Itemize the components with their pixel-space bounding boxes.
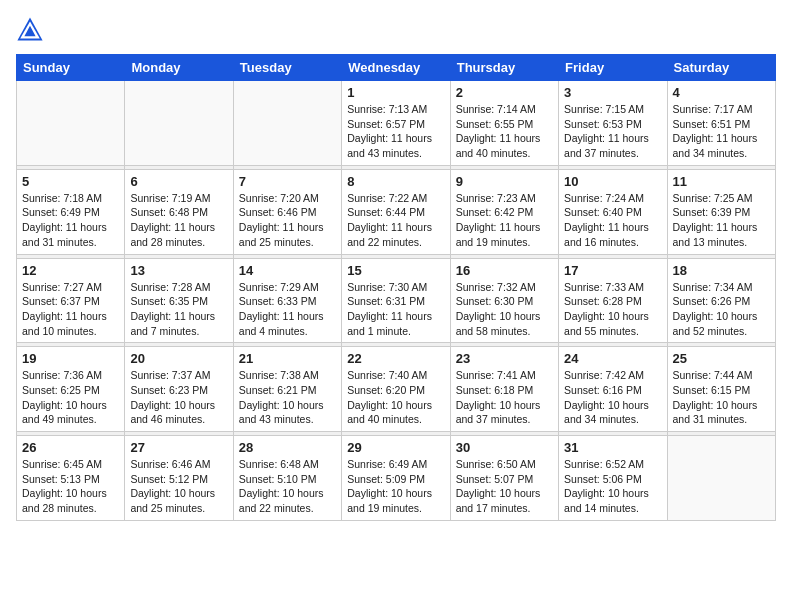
day-info: Sunrise: 7:18 AM Sunset: 6:49 PM Dayligh… [22, 191, 119, 250]
calendar-cell: 21Sunrise: 7:38 AM Sunset: 6:21 PM Dayli… [233, 347, 341, 432]
day-number: 24 [564, 351, 661, 366]
day-number: 28 [239, 440, 336, 455]
day-number: 20 [130, 351, 227, 366]
calendar-week-row: 1Sunrise: 7:13 AM Sunset: 6:57 PM Daylig… [17, 81, 776, 166]
day-info: Sunrise: 6:48 AM Sunset: 5:10 PM Dayligh… [239, 457, 336, 516]
calendar-cell: 6Sunrise: 7:19 AM Sunset: 6:48 PM Daylig… [125, 169, 233, 254]
day-number: 2 [456, 85, 553, 100]
day-number: 31 [564, 440, 661, 455]
calendar-cell: 16Sunrise: 7:32 AM Sunset: 6:30 PM Dayli… [450, 258, 558, 343]
day-number: 13 [130, 263, 227, 278]
calendar-cell [667, 436, 775, 521]
logo [16, 16, 48, 44]
day-info: Sunrise: 6:45 AM Sunset: 5:13 PM Dayligh… [22, 457, 119, 516]
calendar-cell [233, 81, 341, 166]
calendar-cell: 23Sunrise: 7:41 AM Sunset: 6:18 PM Dayli… [450, 347, 558, 432]
day-number: 27 [130, 440, 227, 455]
calendar-cell: 14Sunrise: 7:29 AM Sunset: 6:33 PM Dayli… [233, 258, 341, 343]
calendar-cell [17, 81, 125, 166]
calendar-week-row: 26Sunrise: 6:45 AM Sunset: 5:13 PM Dayli… [17, 436, 776, 521]
day-info: Sunrise: 6:49 AM Sunset: 5:09 PM Dayligh… [347, 457, 444, 516]
logo-icon [16, 16, 44, 44]
calendar-cell: 2Sunrise: 7:14 AM Sunset: 6:55 PM Daylig… [450, 81, 558, 166]
calendar-cell: 20Sunrise: 7:37 AM Sunset: 6:23 PM Dayli… [125, 347, 233, 432]
day-info: Sunrise: 7:36 AM Sunset: 6:25 PM Dayligh… [22, 368, 119, 427]
calendar-week-row: 5Sunrise: 7:18 AM Sunset: 6:49 PM Daylig… [17, 169, 776, 254]
day-number: 22 [347, 351, 444, 366]
day-number: 23 [456, 351, 553, 366]
calendar-cell: 4Sunrise: 7:17 AM Sunset: 6:51 PM Daylig… [667, 81, 775, 166]
day-number: 16 [456, 263, 553, 278]
day-info: Sunrise: 7:24 AM Sunset: 6:40 PM Dayligh… [564, 191, 661, 250]
day-number: 6 [130, 174, 227, 189]
day-info: Sunrise: 7:42 AM Sunset: 6:16 PM Dayligh… [564, 368, 661, 427]
weekday-header-friday: Friday [559, 55, 667, 81]
day-info: Sunrise: 7:41 AM Sunset: 6:18 PM Dayligh… [456, 368, 553, 427]
weekday-header-thursday: Thursday [450, 55, 558, 81]
day-info: Sunrise: 7:40 AM Sunset: 6:20 PM Dayligh… [347, 368, 444, 427]
day-number: 9 [456, 174, 553, 189]
day-info: Sunrise: 6:52 AM Sunset: 5:06 PM Dayligh… [564, 457, 661, 516]
calendar-week-row: 19Sunrise: 7:36 AM Sunset: 6:25 PM Dayli… [17, 347, 776, 432]
day-info: Sunrise: 7:28 AM Sunset: 6:35 PM Dayligh… [130, 280, 227, 339]
calendar-cell: 31Sunrise: 6:52 AM Sunset: 5:06 PM Dayli… [559, 436, 667, 521]
calendar-cell: 17Sunrise: 7:33 AM Sunset: 6:28 PM Dayli… [559, 258, 667, 343]
calendar-cell: 10Sunrise: 7:24 AM Sunset: 6:40 PM Dayli… [559, 169, 667, 254]
day-info: Sunrise: 6:50 AM Sunset: 5:07 PM Dayligh… [456, 457, 553, 516]
day-info: Sunrise: 7:34 AM Sunset: 6:26 PM Dayligh… [673, 280, 770, 339]
calendar-cell: 22Sunrise: 7:40 AM Sunset: 6:20 PM Dayli… [342, 347, 450, 432]
calendar-cell: 9Sunrise: 7:23 AM Sunset: 6:42 PM Daylig… [450, 169, 558, 254]
weekday-header-sunday: Sunday [17, 55, 125, 81]
calendar-cell: 12Sunrise: 7:27 AM Sunset: 6:37 PM Dayli… [17, 258, 125, 343]
day-number: 4 [673, 85, 770, 100]
calendar-cell: 1Sunrise: 7:13 AM Sunset: 6:57 PM Daylig… [342, 81, 450, 166]
day-info: Sunrise: 7:13 AM Sunset: 6:57 PM Dayligh… [347, 102, 444, 161]
day-number: 17 [564, 263, 661, 278]
calendar-cell: 26Sunrise: 6:45 AM Sunset: 5:13 PM Dayli… [17, 436, 125, 521]
weekday-header-saturday: Saturday [667, 55, 775, 81]
day-info: Sunrise: 7:33 AM Sunset: 6:28 PM Dayligh… [564, 280, 661, 339]
day-number: 29 [347, 440, 444, 455]
calendar-cell: 13Sunrise: 7:28 AM Sunset: 6:35 PM Dayli… [125, 258, 233, 343]
page-header [16, 16, 776, 44]
day-number: 14 [239, 263, 336, 278]
calendar-cell: 15Sunrise: 7:30 AM Sunset: 6:31 PM Dayli… [342, 258, 450, 343]
calendar-cell: 8Sunrise: 7:22 AM Sunset: 6:44 PM Daylig… [342, 169, 450, 254]
day-number: 21 [239, 351, 336, 366]
day-info: Sunrise: 7:29 AM Sunset: 6:33 PM Dayligh… [239, 280, 336, 339]
calendar-cell: 28Sunrise: 6:48 AM Sunset: 5:10 PM Dayli… [233, 436, 341, 521]
calendar-table: SundayMondayTuesdayWednesdayThursdayFrid… [16, 54, 776, 521]
calendar-cell: 25Sunrise: 7:44 AM Sunset: 6:15 PM Dayli… [667, 347, 775, 432]
calendar-cell: 24Sunrise: 7:42 AM Sunset: 6:16 PM Dayli… [559, 347, 667, 432]
day-info: Sunrise: 7:32 AM Sunset: 6:30 PM Dayligh… [456, 280, 553, 339]
day-number: 10 [564, 174, 661, 189]
day-info: Sunrise: 7:20 AM Sunset: 6:46 PM Dayligh… [239, 191, 336, 250]
day-info: Sunrise: 7:14 AM Sunset: 6:55 PM Dayligh… [456, 102, 553, 161]
day-number: 11 [673, 174, 770, 189]
calendar-cell: 11Sunrise: 7:25 AM Sunset: 6:39 PM Dayli… [667, 169, 775, 254]
day-info: Sunrise: 7:15 AM Sunset: 6:53 PM Dayligh… [564, 102, 661, 161]
calendar-cell: 18Sunrise: 7:34 AM Sunset: 6:26 PM Dayli… [667, 258, 775, 343]
day-info: Sunrise: 7:23 AM Sunset: 6:42 PM Dayligh… [456, 191, 553, 250]
day-number: 5 [22, 174, 119, 189]
weekday-header-monday: Monday [125, 55, 233, 81]
day-info: Sunrise: 7:38 AM Sunset: 6:21 PM Dayligh… [239, 368, 336, 427]
day-number: 15 [347, 263, 444, 278]
calendar-week-row: 12Sunrise: 7:27 AM Sunset: 6:37 PM Dayli… [17, 258, 776, 343]
day-info: Sunrise: 7:37 AM Sunset: 6:23 PM Dayligh… [130, 368, 227, 427]
day-number: 3 [564, 85, 661, 100]
day-info: Sunrise: 7:30 AM Sunset: 6:31 PM Dayligh… [347, 280, 444, 339]
calendar-cell [125, 81, 233, 166]
day-number: 1 [347, 85, 444, 100]
day-number: 8 [347, 174, 444, 189]
weekday-header-wednesday: Wednesday [342, 55, 450, 81]
calendar-cell: 5Sunrise: 7:18 AM Sunset: 6:49 PM Daylig… [17, 169, 125, 254]
day-info: Sunrise: 7:25 AM Sunset: 6:39 PM Dayligh… [673, 191, 770, 250]
day-info: Sunrise: 7:19 AM Sunset: 6:48 PM Dayligh… [130, 191, 227, 250]
day-info: Sunrise: 7:44 AM Sunset: 6:15 PM Dayligh… [673, 368, 770, 427]
day-number: 18 [673, 263, 770, 278]
day-info: Sunrise: 7:27 AM Sunset: 6:37 PM Dayligh… [22, 280, 119, 339]
calendar-cell: 27Sunrise: 6:46 AM Sunset: 5:12 PM Dayli… [125, 436, 233, 521]
calendar-cell: 19Sunrise: 7:36 AM Sunset: 6:25 PM Dayli… [17, 347, 125, 432]
day-number: 30 [456, 440, 553, 455]
